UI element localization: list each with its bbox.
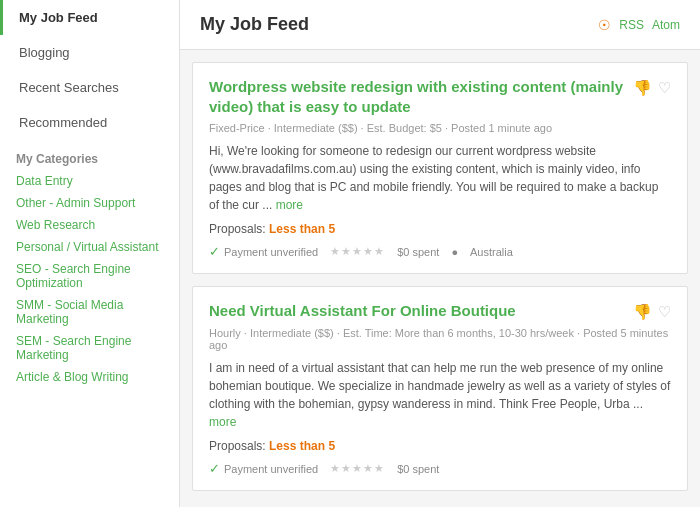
job-title[interactable]: Wordpress website redesign with existing… <box>209 77 625 116</box>
sidebar-category-smm---social-media-marketing[interactable]: SMM - Social Media Marketing <box>0 294 179 330</box>
main-header: My Job Feed ☉ RSS Atom <box>180 0 700 50</box>
header-actions: ☉ RSS Atom <box>598 17 680 33</box>
thumbsdown-icon[interactable]: 👎 <box>633 79 652 97</box>
client-info: ✓ Payment unverified <box>209 244 318 259</box>
categories-title: My Categories <box>0 140 179 170</box>
verified-icon: ✓ <box>209 244 220 259</box>
client-label: Payment unverified <box>224 246 318 258</box>
spent-label: $0 spent <box>397 246 439 258</box>
rss-link[interactable]: RSS <box>619 18 644 32</box>
star-rating: ★★★★★ <box>330 462 385 475</box>
sidebar-category-other---admin-support[interactable]: Other - Admin Support <box>0 192 179 214</box>
job-footer: ✓ Payment unverified ★★★★★ $0 spent ●Aus… <box>209 244 671 259</box>
proposals-value: Less than 5 <box>269 439 335 453</box>
heart-icon[interactable]: ♡ <box>658 303 671 321</box>
job-proposals: Proposals: Less than 5 <box>209 222 671 236</box>
job-card-header: Wordpress website redesign with existing… <box>209 77 671 116</box>
verified-icon: ✓ <box>209 461 220 476</box>
sidebar: My Job FeedBloggingRecent SearchesRecomm… <box>0 0 180 507</box>
sidebar-category-data-entry[interactable]: Data Entry <box>0 170 179 192</box>
job-meta: Hourly · Intermediate ($$) · Est. Time: … <box>209 327 671 351</box>
main-content: My Job Feed ☉ RSS Atom Wordpress website… <box>180 0 700 507</box>
sidebar-category-personal-/-virtual-assistant[interactable]: Personal / Virtual Assistant <box>0 236 179 258</box>
sidebar-category-article-&-blog-writing[interactable]: Article & Blog Writing <box>0 366 179 388</box>
heart-icon[interactable]: ♡ <box>658 79 671 97</box>
sidebar-category-sem---search-engine-marketing[interactable]: SEM - Search Engine Marketing <box>0 330 179 366</box>
job-title[interactable]: Need Virtual Assistant For Online Boutiq… <box>209 301 625 321</box>
sidebar-item-my-job-feed[interactable]: My Job Feed <box>0 0 179 35</box>
job-actions: 👎 ♡ <box>633 79 671 97</box>
star-rating: ★★★★★ <box>330 245 385 258</box>
sidebar-item-recent-searches[interactable]: Recent Searches <box>0 70 179 105</box>
location-icon: ● <box>451 246 458 258</box>
job-description: Hi, We're looking for someone to redesig… <box>209 142 671 214</box>
proposals-value: Less than 5 <box>269 222 335 236</box>
job-proposals: Proposals: Less than 5 <box>209 439 671 453</box>
rss-icon: ☉ <box>598 17 611 33</box>
sidebar-item-blogging[interactable]: Blogging <box>0 35 179 70</box>
spent-label: $0 spent <box>397 463 439 475</box>
client-info: ✓ Payment unverified <box>209 461 318 476</box>
job-footer: ✓ Payment unverified ★★★★★ $0 spent <box>209 461 671 476</box>
sidebar-category-seo---search-engine-optimization[interactable]: SEO - Search Engine Optimization <box>0 258 179 294</box>
sidebar-category-web-research[interactable]: Web Research <box>0 214 179 236</box>
job-description: I am in need of a virtual assistant that… <box>209 359 671 431</box>
more-link[interactable]: more <box>276 198 303 212</box>
job-meta: Fixed-Price · Intermediate ($$) · Est. B… <box>209 122 671 134</box>
page-title: My Job Feed <box>200 14 309 35</box>
job-card-header: Need Virtual Assistant For Online Boutiq… <box>209 301 671 321</box>
job-card-1: Need Virtual Assistant For Online Boutiq… <box>192 286 688 491</box>
sidebar-item-recommended[interactable]: Recommended <box>0 105 179 140</box>
job-actions: 👎 ♡ <box>633 303 671 321</box>
atom-link[interactable]: Atom <box>652 18 680 32</box>
client-label: Payment unverified <box>224 463 318 475</box>
more-link[interactable]: more <box>209 415 236 429</box>
location: Australia <box>470 246 513 258</box>
job-card-0: Wordpress website redesign with existing… <box>192 62 688 274</box>
thumbsdown-icon[interactable]: 👎 <box>633 303 652 321</box>
